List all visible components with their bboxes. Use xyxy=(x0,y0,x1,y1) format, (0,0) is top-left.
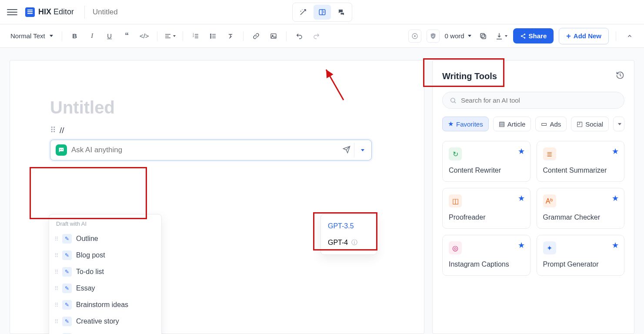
underline-button[interactable]: U xyxy=(103,30,116,43)
image-button[interactable] xyxy=(267,30,280,43)
category-chips: ★Favorites ▤Article ▭Ads ◰Social xyxy=(442,117,624,131)
history-icon[interactable] xyxy=(616,71,624,81)
favorite-star-icon[interactable]: ★ xyxy=(518,240,525,250)
drag-handle-icon[interactable]: ⠿ xyxy=(54,318,58,325)
logo-icon xyxy=(25,7,35,17)
bold-button[interactable]: B xyxy=(68,30,81,43)
divider xyxy=(243,31,244,41)
send-button[interactable] xyxy=(339,143,354,157)
tool-card[interactable]: ≣★Content Summarizer xyxy=(537,141,625,182)
draft-item[interactable]: ⠿✎Essay xyxy=(49,280,161,297)
collapse-sidebar-button[interactable] xyxy=(623,30,636,43)
favorite-star-icon[interactable]: ★ xyxy=(612,194,619,203)
favorite-star-icon[interactable]: ★ xyxy=(612,147,619,156)
drag-handle-icon[interactable]: ⠿ xyxy=(54,236,58,242)
draft-item[interactable]: ⠿✎To-do list xyxy=(49,264,161,280)
copy-button[interactable] xyxy=(477,30,490,43)
favorite-star-icon[interactable]: ★ xyxy=(518,147,525,156)
model-dropdown-button[interactable] xyxy=(354,143,369,157)
tool-card[interactable]: ◫★Proofreader xyxy=(442,188,531,229)
pencil-icon: ✎ xyxy=(62,267,72,277)
svg-point-13 xyxy=(210,36,211,37)
format-toolbar: Normal Text B I U “ </> 12 0 word Share xyxy=(0,24,644,48)
share-button[interactable]: Share xyxy=(513,28,554,43)
tool-search[interactable] xyxy=(442,92,624,109)
svg-point-28 xyxy=(62,149,63,150)
bullet-list-button[interactable] xyxy=(207,30,220,43)
ai-prompt-input[interactable] xyxy=(71,146,339,154)
drag-handle-icon[interactable]: ⠿ xyxy=(54,252,58,259)
document-title-placeholder[interactable]: Untitled xyxy=(50,98,400,117)
tool-card[interactable]: Aᵇ★Grammar Checker xyxy=(537,188,625,229)
tool-search-input[interactable] xyxy=(461,97,617,104)
sidebar-title: Writing Tools xyxy=(442,71,497,81)
chip-ads[interactable]: ▭Ads xyxy=(535,117,567,131)
ai-status-icon[interactable] xyxy=(408,30,421,43)
model-option-gpt35[interactable]: GPT-3.5 xyxy=(321,218,377,234)
draft-item[interactable]: ⠿✎Outline xyxy=(49,230,161,247)
tool-card[interactable]: ↻★Content Rewriter xyxy=(442,141,531,182)
word-count[interactable]: 0 word xyxy=(445,32,471,40)
tool-icon: ◫ xyxy=(449,194,462,207)
split-mode-button[interactable] xyxy=(314,5,331,20)
draft-item[interactable]: ⠿✎Press release xyxy=(49,330,161,334)
slash-text: // xyxy=(60,126,64,135)
draft-item[interactable]: ⠿✎Creative story xyxy=(49,313,161,330)
link-button[interactable] xyxy=(250,30,263,43)
divider xyxy=(183,31,183,41)
draft-item[interactable]: ⠿✎Brainstorm ideas xyxy=(49,297,161,313)
chip-favorites[interactable]: ★Favorites xyxy=(442,117,489,131)
document-title-input[interactable] xyxy=(93,8,180,17)
brand[interactable]: HIX Editor xyxy=(25,7,74,17)
right-sidebar: Writing Tools ★Favorites ▤Article ▭Ads ◰… xyxy=(424,48,644,334)
tool-label: Grammar Checker xyxy=(543,214,618,221)
writing-tools-panel: Writing Tools ★Favorites ▤Article ▭Ads ◰… xyxy=(432,60,634,334)
chip-social[interactable]: ◰Social xyxy=(571,117,609,131)
quote-button[interactable]: “ xyxy=(120,30,133,43)
svg-rect-23 xyxy=(480,33,484,37)
text-style-select[interactable]: Normal Text xyxy=(8,30,56,41)
code-button[interactable]: </> xyxy=(138,30,151,43)
tool-label: Content Summarizer xyxy=(543,167,618,174)
pencil-icon: ✎ xyxy=(62,250,72,260)
chat-mode-button[interactable] xyxy=(333,5,350,20)
pencil-icon: ✎ xyxy=(62,234,72,244)
svg-text:2: 2 xyxy=(193,35,194,37)
tool-card[interactable]: ◎★Instagram Captions xyxy=(442,235,531,276)
view-mode-group xyxy=(292,3,352,22)
italic-button[interactable]: I xyxy=(86,30,99,43)
slash-command-row[interactable]: ⠿ // xyxy=(50,125,400,135)
ordered-list-button[interactable]: 12 xyxy=(189,30,202,43)
draft-item[interactable]: ⠿✎Blog post xyxy=(49,247,161,264)
drag-handle-icon[interactable]: ⠿ xyxy=(50,125,55,135)
add-new-button[interactable]: +Add New xyxy=(559,28,609,44)
drag-handle-icon[interactable]: ⠿ xyxy=(54,269,58,275)
magic-mode-button[interactable] xyxy=(294,5,312,20)
undo-button[interactable] xyxy=(293,30,306,43)
tool-label: Instagram Captions xyxy=(449,261,524,268)
export-button[interactable] xyxy=(495,30,508,43)
expand-chips-button[interactable] xyxy=(613,117,624,131)
brand-text: HIX Editor xyxy=(38,7,74,17)
drag-handle-icon[interactable]: ⠿ xyxy=(54,285,58,292)
draft-label: Outline xyxy=(76,235,98,243)
tools-grid: ↻★Content Rewriter≣★Content Summarizer◫★… xyxy=(442,141,624,276)
divider xyxy=(157,31,157,41)
model-option-gpt4[interactable]: GPT-4ⓘ xyxy=(321,234,377,251)
favorite-star-icon[interactable]: ★ xyxy=(612,240,619,250)
tool-icon: ↻ xyxy=(449,147,462,160)
tool-icon: ✦ xyxy=(543,241,556,254)
clear-format-button[interactable] xyxy=(224,30,237,43)
redo-button[interactable] xyxy=(310,30,323,43)
tool-icon: ◎ xyxy=(449,241,462,254)
align-button[interactable] xyxy=(164,30,177,43)
draft-label: Blog post xyxy=(76,251,105,259)
chip-article[interactable]: ▤Article xyxy=(493,117,531,131)
hamburger-icon[interactable] xyxy=(7,7,17,17)
shield-icon[interactable] xyxy=(427,30,440,43)
search-icon xyxy=(450,97,457,104)
drag-handle-icon[interactable]: ⠿ xyxy=(54,302,58,308)
favorite-star-icon[interactable]: ★ xyxy=(518,194,525,203)
tool-card[interactable]: ✦★Prompt Generator xyxy=(537,235,625,276)
svg-point-12 xyxy=(210,34,211,35)
